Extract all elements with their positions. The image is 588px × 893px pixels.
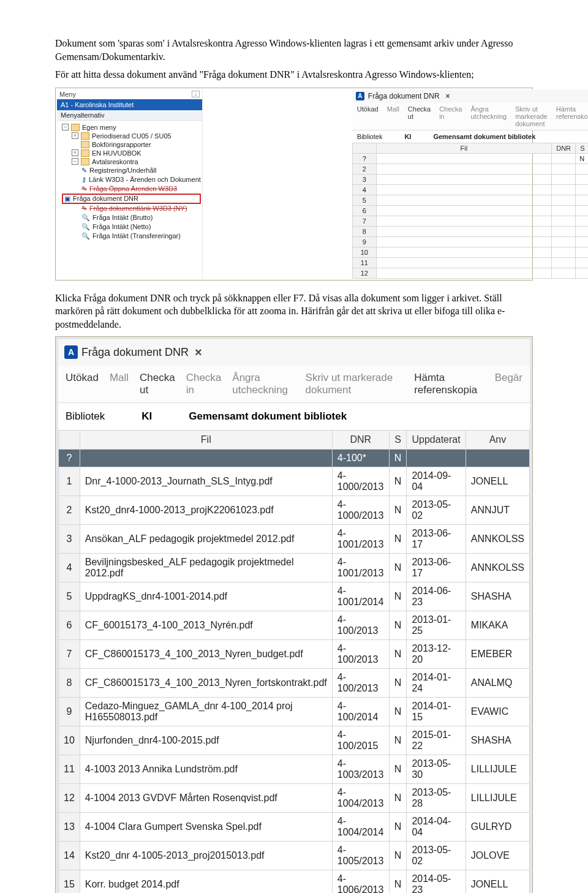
cell-s[interactable]: N — [389, 783, 407, 812]
cell-s[interactable]: N — [389, 553, 407, 582]
col-dnr[interactable]: DNR — [551, 143, 575, 153]
cell-s[interactable]: N — [389, 697, 407, 726]
cell-anv[interactable]: LILLIJULE — [466, 783, 529, 812]
toolbar-skriv[interactable]: Skriv ut markerade dokument — [306, 372, 404, 396]
cell-fil[interactable]: Kst20_dnr 4-1005-2013_proj2015013.pdf — [80, 841, 332, 870]
table-row[interactable]: 6CF_60015173_4-100_2013_Nyrén.pdf4-100/2… — [59, 611, 530, 639]
cell-fil[interactable]: CF_C860015173_4_100_2013_Nyren_budget.pd… — [80, 639, 332, 668]
cell-dnr[interactable]: 4-1004/2014 — [332, 812, 389, 841]
toolbar-hamta[interactable]: Hämta referenskopia — [414, 372, 483, 396]
cell-dnr[interactable]: 4-1005/2013 — [332, 841, 389, 870]
toolbar-checka-in[interactable]: Checka in — [186, 372, 222, 396]
table-row[interactable]: 4 — [352, 184, 588, 195]
table-row[interactable]: 3 — [352, 174, 588, 184]
cell-anv[interactable]: MIKAKA — [466, 611, 529, 639]
cell-upd[interactable]: 2015-01-22 — [407, 726, 466, 755]
cell-anv[interactable]: SHASHA — [466, 582, 529, 611]
cell-fil[interactable]: CF_60015173_4-100_2013_Nyrén.pdf — [80, 611, 332, 639]
cell-s[interactable]: N — [389, 812, 407, 841]
toolbar-utokad[interactable]: Utökad — [66, 372, 99, 396]
tree-en-huvudbok[interactable]: +EN HUVUDBOK — [62, 149, 201, 157]
table-row[interactable]: 7 — [352, 216, 588, 226]
filter-cell[interactable]: ? — [59, 449, 80, 467]
toolbar-angra[interactable]: Ångra utcheckning — [470, 105, 507, 127]
cell-upd[interactable]: 2013-12-20 — [407, 639, 466, 668]
toolbar-checka-in[interactable]: Checka in — [439, 105, 462, 127]
cell-fil[interactable]: 4-1004 2013 GVDVF Mårten Rosenqvist.pdf — [80, 783, 332, 812]
col-fil[interactable]: Fil — [376, 143, 551, 153]
table-row[interactable]: 10 — [352, 247, 588, 257]
filter-cell-dnr[interactable]: 4-100* — [332, 449, 389, 467]
cell-anv[interactable]: JONELL — [466, 870, 529, 893]
tree-registrering[interactable]: ✎Registrering/Underhåll — [62, 166, 201, 175]
tree-fraga-transfer[interactable]: 🔍Fråga Intäkt (Transfereringar) — [62, 232, 201, 241]
col-s[interactable]: S — [389, 430, 407, 449]
cell-s[interactable]: N — [389, 524, 407, 553]
toolbar-checka-ut[interactable]: Checka ut — [140, 372, 175, 396]
table-row[interactable]: 3Ansökan_ALF pedagogik projektmedel 2012… — [59, 524, 530, 553]
doc-table-small[interactable]: Fil DNR S Uppdaterat Anv ?N2345678910111… — [352, 143, 588, 279]
table-row[interactable]: 4Beviljningsbesked_ALF pedagogik projekt… — [59, 553, 530, 582]
cell-upd[interactable]: 2013-05-02 — [407, 495, 466, 524]
table-row[interactable]: 5UppdragKS_dnr4-1001-2014.pdf4-1001/2014… — [59, 582, 530, 611]
cell-dnr[interactable]: 4-1001/2013 — [332, 553, 389, 582]
cell-upd[interactable]: 2013-05-30 — [407, 755, 466, 783]
cell-dnr[interactable]: 4-1000/2013 — [332, 495, 389, 524]
cell-s[interactable]: N — [389, 726, 407, 755]
cell-s[interactable]: N — [389, 668, 407, 697]
cell-anv[interactable]: ANALMQ — [466, 668, 529, 697]
filter-cell-s[interactable]: N — [389, 449, 407, 467]
col-fil[interactable]: Fil — [80, 430, 332, 449]
cell-fil[interactable]: 4-1003 2013 Annika Lundström.pdf — [80, 755, 332, 783]
cell-anv[interactable]: JONELL — [466, 467, 529, 495]
toolbar-utokad[interactable]: Utökad — [357, 105, 379, 127]
cell-anv[interactable]: ANNKOLSS — [466, 524, 529, 553]
cell-upd[interactable]: 2013-05-02 — [407, 841, 466, 870]
filter-cell-fil[interactable] — [80, 449, 332, 467]
tab-title[interactable]: Fråga dokument DNR — [81, 346, 189, 359]
cell-upd[interactable]: 2014-06-23 — [407, 582, 466, 611]
toolbar-mall[interactable]: Mall — [110, 372, 129, 396]
table-row[interactable]: 1Dnr_4-1000-2013_Journath_SLS_Intyg.pdf4… — [59, 467, 530, 495]
col-dnr[interactable]: DNR — [332, 430, 389, 449]
cell-fil[interactable]: Beviljningsbesked_ALF pedagogik projektm… — [80, 553, 332, 582]
cell-anv[interactable]: EVAWIC — [466, 697, 529, 726]
cell-fil[interactable]: Cedazo-Minguez_GAMLA_dnr 4-100_2014 proj… — [80, 697, 332, 726]
tab-title[interactable]: Fråga dokument DNR — [368, 92, 440, 100]
table-row[interactable]: 15Korr. budget 2014.pdf4-1006/2013N2014-… — [59, 870, 530, 893]
cell-dnr[interactable]: 4-1004/2013 — [332, 783, 389, 812]
cell-s[interactable]: N — [389, 495, 407, 524]
tree-egen-meny[interactable]: −Egen meny — [62, 123, 201, 132]
toolbar-mall[interactable]: Mall — [387, 105, 399, 127]
tree-fraga-netto[interactable]: 🔍Fråga Intäkt (Netto) — [62, 222, 201, 232]
cell-dnr[interactable]: 4-1000/2013 — [332, 467, 389, 495]
table-row[interactable]: 114-1003 2013 Annika Lundström.pdf4-1003… — [59, 755, 530, 783]
cell-upd[interactable]: 2013-01-25 — [407, 611, 466, 639]
cell-anv[interactable]: EMEBER — [466, 639, 529, 668]
cell-dnr[interactable]: 4-100/2014 — [332, 697, 389, 726]
cell-dnr[interactable]: 4-1001/2013 — [332, 524, 389, 553]
tree-bokforings[interactable]: Bokföringsrapporter — [62, 140, 201, 149]
table-row[interactable]: 11 — [352, 257, 588, 268]
toolbar-hamta[interactable]: Hämta referenskopia — [556, 105, 588, 127]
cell-s[interactable]: N — [389, 467, 407, 495]
col-uppdaterat[interactable]: Uppdaterat — [407, 430, 466, 449]
toolbar-skriv[interactable]: Skriv ut markerade dokument — [515, 105, 548, 127]
table-row[interactable]: 2 — [352, 164, 588, 174]
cell-anv[interactable]: LILLIJULE — [466, 755, 529, 783]
table-row[interactable]: 12 — [352, 268, 588, 278]
cell-anv[interactable]: GULRYD — [466, 812, 529, 841]
pin-icon[interactable]: ⟂ — [192, 91, 200, 97]
table-row[interactable]: 134-1004 Clara Gumpert Svenska Spel.pdf4… — [59, 812, 530, 841]
filter-cell-upd[interactable] — [407, 449, 466, 467]
table-row[interactable]: 7CF_C860015173_4_100_2013_Nyren_budget.p… — [59, 639, 530, 668]
cell-dnr[interactable]: 4-1003/2013 — [332, 755, 389, 783]
col-s[interactable]: S — [576, 143, 588, 153]
cell-dnr[interactable]: 4-100/2015 — [332, 726, 389, 755]
cell-dnr[interactable]: 4-1006/2013 — [332, 870, 389, 893]
cell-dnr[interactable]: 4-1001/2014 — [332, 582, 389, 611]
cell-dnr[interactable]: 4-100/2013 — [332, 639, 389, 668]
tree-periodiserad[interactable]: +Periodiserad CU05 / SU05 — [62, 132, 201, 140]
toolbar-checka-ut[interactable]: Checka ut — [408, 105, 431, 127]
table-row[interactable]: 9 — [352, 236, 588, 247]
